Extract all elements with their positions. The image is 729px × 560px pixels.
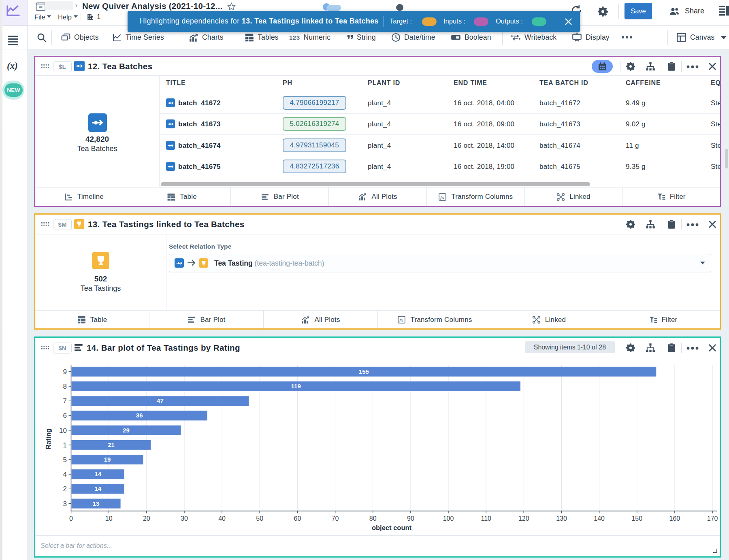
svg-text:9: 9	[63, 368, 67, 376]
svg-text:20: 20	[143, 515, 150, 522]
svg-text:10: 10	[105, 515, 113, 522]
svg-text:object count: object count	[372, 524, 412, 531]
svg-text:160: 160	[669, 515, 680, 522]
svg-text:140: 140	[594, 515, 605, 522]
svg-text:60: 60	[294, 515, 301, 522]
svg-text:0: 0	[69, 515, 73, 522]
svg-text:90: 90	[407, 515, 414, 522]
svg-text:47: 47	[157, 397, 164, 404]
svg-text:120: 120	[518, 515, 529, 522]
svg-text:150: 150	[631, 515, 642, 522]
svg-text:10: 10	[59, 427, 67, 434]
svg-text:5: 5	[63, 456, 67, 464]
svg-text:4: 4	[63, 471, 67, 478]
svg-text:2: 2	[63, 485, 67, 493]
svg-text:100: 100	[443, 515, 454, 522]
svg-text:19: 19	[104, 456, 111, 463]
svg-text:80: 80	[369, 515, 377, 522]
svg-text:50: 50	[256, 515, 263, 522]
svg-text:29: 29	[123, 427, 130, 434]
svg-text:3: 3	[63, 500, 67, 508]
svg-text:119: 119	[291, 383, 301, 390]
svg-text:21: 21	[108, 441, 115, 448]
svg-text:155: 155	[359, 368, 369, 375]
svg-text:70: 70	[332, 515, 339, 522]
svg-text:8: 8	[63, 383, 67, 390]
svg-text:6: 6	[63, 412, 67, 419]
svg-text:110: 110	[481, 515, 491, 522]
svg-text:36: 36	[136, 412, 143, 419]
svg-text:14: 14	[94, 485, 101, 492]
svg-text:30: 30	[181, 515, 188, 522]
svg-text:14: 14	[94, 471, 101, 477]
svg-text:40: 40	[218, 515, 226, 522]
svg-text:130: 130	[556, 515, 567, 522]
svg-text:Rating: Rating	[45, 428, 52, 449]
svg-text:fx: fx	[440, 195, 444, 199]
svg-text:fx: fx	[400, 318, 403, 322]
svg-text:7: 7	[63, 397, 67, 405]
svg-text:13: 13	[93, 500, 100, 507]
svg-text:1: 1	[63, 441, 67, 449]
svg-text:170: 170	[707, 515, 718, 522]
